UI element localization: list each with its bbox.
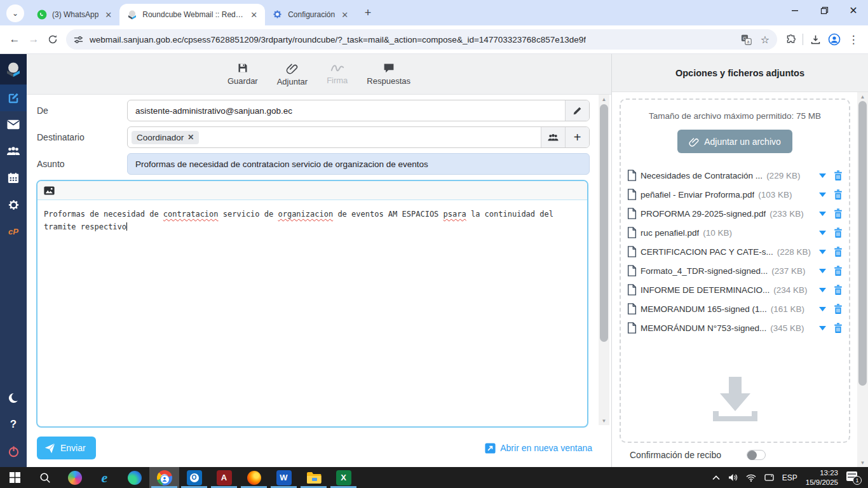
- from-field[interactable]: asistente-administrativo@sanjuan.gob.ec: [127, 100, 590, 121]
- attachment-name[interactable]: Formato_4_TDR-signed-signed...: [641, 266, 768, 276]
- chrome-taskbar-icon[interactable]: [149, 467, 179, 488]
- attachment-options-caret-icon[interactable]: [817, 231, 829, 235]
- attachment-delete-icon[interactable]: [832, 170, 844, 180]
- message-editor[interactable]: Proformas de necesidad de contratacion s…: [36, 180, 588, 428]
- extensions-icon[interactable]: [781, 30, 800, 49]
- recipient-chip[interactable]: Coordinador ✕: [132, 131, 199, 144]
- attachment-options-caret-icon[interactable]: [817, 288, 829, 292]
- attachment-options-caret-icon[interactable]: [817, 173, 829, 178]
- attachment-name[interactable]: Necesidades de Contratación ...: [641, 171, 763, 180]
- signature-button[interactable]: Firma: [327, 63, 348, 85]
- attachment-delete-icon[interactable]: [832, 208, 844, 219]
- subject-field[interactable]: Proformas de necesidad de contratacion s…: [127, 153, 590, 175]
- attachment-delete-icon[interactable]: [832, 247, 844, 257]
- tab-roundcube-active[interactable]: Roundcube Webmail :: Redactar ✕: [119, 4, 265, 25]
- scroll-up-icon[interactable]: ▲: [857, 92, 868, 101]
- bookmark-star-icon[interactable]: ☆: [761, 34, 770, 46]
- add-contact-button[interactable]: [541, 126, 565, 148]
- sidebar-item-cpanel[interactable]: cP: [0, 218, 27, 245]
- attachment-options-caret-icon[interactable]: [817, 326, 829, 330]
- profile-avatar[interactable]: [825, 30, 844, 49]
- attachment-name[interactable]: peñafiel - Enviar Proforma.pdf: [641, 190, 754, 200]
- attach-button[interactable]: Adjuntar: [277, 62, 308, 86]
- wifi-icon[interactable]: [746, 474, 756, 482]
- subject-value[interactable]: Proformas de necesidad de contratacion s…: [128, 159, 589, 169]
- attachment-name[interactable]: ruc penafiel.pdf: [641, 228, 699, 238]
- scroll-down-icon[interactable]: ▼: [857, 458, 868, 467]
- attachment-options-caret-icon[interactable]: [817, 307, 829, 311]
- copilot-icon[interactable]: [60, 467, 90, 488]
- reload-button[interactable]: [43, 30, 62, 49]
- roundcube-logo[interactable]: [0, 54, 27, 85]
- attachment-name[interactable]: PROFORMA 29-2025-signed.pdf: [641, 209, 766, 219]
- tab-search-button[interactable]: ⌄: [6, 4, 24, 22]
- attachment-row[interactable]: INFORME DE DETERMINACIO... (234 KB): [627, 280, 844, 299]
- attachment-row[interactable]: ruc penafiel.pdf (10 KB): [627, 223, 844, 242]
- scroll-down-icon[interactable]: ▼: [599, 416, 609, 425]
- attachment-options-caret-icon[interactable]: [817, 212, 829, 216]
- attachment-delete-icon[interactable]: [832, 189, 844, 200]
- attachment-delete-icon[interactable]: [832, 266, 844, 276]
- chrome-menu-icon[interactable]: ⋮: [844, 30, 863, 49]
- address-bar[interactable]: webmail.sanjuan.gob.ec/cpsess7628851209/…: [66, 29, 777, 50]
- open-new-window-link[interactable]: Abrir en nueva ventana: [485, 443, 592, 454]
- message-body[interactable]: Proformas de necesidad de contratacion s…: [37, 200, 587, 241]
- add-recipient-button[interactable]: +: [565, 126, 589, 148]
- sidebar-item-mail[interactable]: [0, 111, 27, 138]
- new-tab-button[interactable]: +: [360, 4, 376, 21]
- volume-icon[interactable]: [728, 473, 738, 482]
- compose-scrollbar[interactable]: ▲ ▼: [599, 95, 609, 425]
- word-icon[interactable]: W: [269, 467, 299, 488]
- attachment-delete-icon[interactable]: [832, 323, 844, 333]
- save-button[interactable]: Guardar: [227, 62, 258, 86]
- sidebar-item-contacts[interactable]: [0, 138, 27, 165]
- receipt-toggle[interactable]: [747, 450, 766, 460]
- attachment-delete-icon[interactable]: [832, 304, 844, 314]
- notification-center-icon[interactable]: 1: [846, 471, 862, 485]
- close-window-button[interactable]: ✕: [839, 0, 868, 20]
- edit-identity-button[interactable]: [565, 100, 589, 121]
- translate-icon[interactable]: Ga: [741, 34, 752, 45]
- start-button[interactable]: [0, 467, 30, 488]
- tab-configuracion[interactable]: Configuración ✕: [265, 4, 356, 25]
- attachment-row[interactable]: Formato_4_TDR-signed-signed... (237 KB): [627, 261, 844, 280]
- responses-button[interactable]: Respuestas: [367, 62, 410, 86]
- back-button[interactable]: ←: [5, 30, 24, 49]
- attachment-row[interactable]: MEMORANDUM 165-signed (1... (161 KB): [627, 299, 844, 318]
- sidebar-item-settings[interactable]: [0, 191, 27, 218]
- internet-explorer-icon[interactable]: e: [90, 467, 119, 488]
- send-button[interactable]: Enviar: [37, 437, 96, 459]
- attach-file-button[interactable]: Adjuntar un archivo: [677, 130, 792, 153]
- to-field[interactable]: Coordinador ✕ +: [127, 126, 590, 148]
- edge-icon[interactable]: [119, 467, 149, 488]
- attachment-row[interactable]: CERTIFICACION PAC Y CATE-s... (228 KB): [627, 242, 844, 261]
- panel-scrollbar[interactable]: ▲ ▼: [857, 92, 868, 467]
- attachment-dropzone[interactable]: Tamaño de archivo máximo permitido: 75 M…: [620, 98, 850, 443]
- downloads-icon[interactable]: [806, 30, 825, 49]
- forward-button[interactable]: →: [24, 30, 43, 49]
- tab-whatsapp[interactable]: (3) WhatsApp ✕: [29, 4, 119, 25]
- remove-recipient-icon[interactable]: ✕: [187, 133, 194, 142]
- tray-device-icon[interactable]: [764, 473, 774, 482]
- attachment-delete-icon[interactable]: [832, 285, 844, 295]
- attachment-row[interactable]: peñafiel - Enviar Proforma.pdf (103 KB): [627, 185, 844, 204]
- acrobat-icon[interactable]: A: [209, 467, 239, 488]
- attachment-options-caret-icon[interactable]: [817, 193, 829, 197]
- scrollbar-thumb[interactable]: [600, 104, 608, 342]
- sidebar-item-calendar[interactable]: [0, 165, 27, 191]
- attachment-row[interactable]: MEMORÁNDUM N°753-signed... (345 KB): [627, 318, 844, 337]
- firefox-icon[interactable]: [239, 467, 269, 488]
- attachment-delete-icon[interactable]: [832, 227, 844, 238]
- attachment-options-caret-icon[interactable]: [817, 269, 829, 273]
- from-value[interactable]: asistente-administrativo@sanjuan.gob.ec: [128, 106, 565, 116]
- excel-icon[interactable]: X: [329, 467, 358, 488]
- language-indicator[interactable]: ESP: [782, 473, 797, 482]
- attachment-name[interactable]: CERTIFICACION PAC Y CATE-s...: [641, 247, 773, 257]
- attachment-options-caret-icon[interactable]: [817, 250, 829, 254]
- logout-power-icon[interactable]: [0, 438, 27, 464]
- attachment-row[interactable]: Necesidades de Contratación ... (229 KB): [627, 166, 844, 185]
- file-explorer-icon[interactable]: [299, 467, 329, 488]
- restore-button[interactable]: [810, 0, 839, 20]
- url-text[interactable]: webmail.sanjuan.gob.ec/cpsess7628851209/…: [90, 35, 586, 44]
- scroll-up-icon[interactable]: ▲: [599, 95, 609, 104]
